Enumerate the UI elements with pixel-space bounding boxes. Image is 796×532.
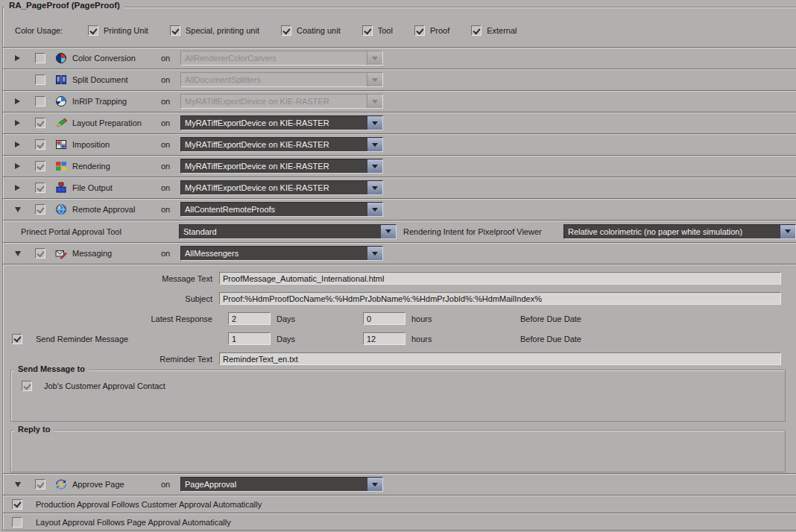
- process-list: Color Conversion on AllRendererColorCarv…: [3, 47, 796, 531]
- chevron-down-icon: [15, 482, 21, 487]
- reminder-days-input[interactable]: [228, 332, 271, 345]
- subject-input[interactable]: [219, 292, 781, 305]
- printing-unit-checkbox[interactable]: [88, 25, 98, 36]
- on-label: on: [161, 162, 172, 171]
- split-document-checkbox[interactable]: [35, 75, 45, 85]
- external-checkbox[interactable]: [471, 25, 481, 36]
- latest-response-hours-input[interactable]: [363, 312, 405, 325]
- tool-checkbox[interactable]: [362, 25, 373, 36]
- expander-slot[interactable]: [15, 55, 24, 61]
- send-reminder-checkbox[interactable]: [12, 334, 22, 344]
- expander-slot[interactable]: [15, 142, 24, 148]
- color-conversion-checkbox[interactable]: [35, 53, 45, 63]
- dropdown-arrow-icon[interactable]: [367, 73, 382, 86]
- arrow-triangle: [372, 57, 378, 60]
- dropdown-arrow-icon[interactable]: [780, 225, 795, 238]
- approve-page-template-dropdown[interactable]: PageApproval: [180, 477, 383, 492]
- on-label: on: [161, 249, 172, 258]
- chevron-right-icon: [15, 120, 20, 126]
- layout-approval-checkbox[interactable]: [12, 517, 22, 528]
- arrow-triangle: [372, 208, 378, 212]
- layout-approval-label: Layout Approval Follows Page Approval Au…: [36, 518, 231, 527]
- on-label: on: [161, 97, 172, 106]
- remote-approval-icon: [55, 203, 67, 215]
- on-label: on: [161, 480, 172, 489]
- dropdown-arrow-icon[interactable]: [367, 478, 382, 491]
- messaging-checkbox[interactable]: [35, 248, 45, 259]
- color-usage-item: Proof: [414, 25, 449, 36]
- portal-approval-tool-dropdown[interactable]: Standard: [179, 224, 397, 239]
- expander-slot[interactable]: [15, 98, 24, 104]
- approve-page-checkbox[interactable]: [35, 479, 45, 490]
- latest-response-label: Latest Response: [3, 314, 219, 323]
- on-label: on: [161, 140, 172, 149]
- rendering-checkbox[interactable]: [35, 161, 45, 171]
- layout-preparation-checkbox[interactable]: [35, 118, 45, 128]
- inrip-trapping-template-dropdown[interactable]: MyRATiffExportDevice on KIE-RASTER: [180, 94, 383, 109]
- dropdown-arrow-icon[interactable]: [367, 247, 382, 260]
- hours-label: hours: [411, 314, 514, 323]
- special-printing-unit-checkbox[interactable]: [170, 25, 180, 36]
- dropdown-arrow-icon[interactable]: [367, 95, 382, 108]
- imposition-template-dropdown[interactable]: MyRATiffExportDevice on KIE-RASTER: [180, 137, 383, 152]
- arrow-triangle: [372, 100, 378, 104]
- proof-checkbox[interactable]: [414, 25, 425, 36]
- process-label: Approve Page: [72, 480, 155, 489]
- process-row-file-output: File Output on MyRATiffExportDevice on K…: [3, 177, 796, 198]
- remote-approval-checkbox[interactable]: [35, 204, 45, 215]
- process-row-messaging: Messaging on AllMessengers: [3, 242, 796, 264]
- inrip-trapping-checkbox[interactable]: [35, 96, 45, 107]
- remote-approval-template-dropdown[interactable]: AllContentRemoteProofs: [180, 202, 383, 217]
- expander-slot[interactable]: [15, 251, 24, 256]
- on-label: on: [161, 75, 172, 84]
- split-document-template-dropdown[interactable]: AllDocumentSplitters: [180, 72, 383, 87]
- file-output-checkbox[interactable]: [35, 183, 45, 193]
- messaging-template-dropdown[interactable]: AllMessengers: [180, 246, 383, 261]
- send-reminder-label: Send Reminder Message: [36, 335, 128, 343]
- production-approval-checkbox[interactable]: [12, 499, 22, 510]
- arrow-triangle: [372, 186, 378, 190]
- chevron-down-icon: [15, 207, 21, 212]
- dropdown-arrow-icon[interactable]: [367, 138, 382, 151]
- dropdown-value: MyRATiffExportDevice on KIE-RASTER: [181, 159, 367, 173]
- production-approval-option-row: Production Approval Follows Customer App…: [3, 495, 796, 513]
- dropdown-arrow-icon[interactable]: [367, 181, 382, 194]
- expander-slot[interactable]: [15, 163, 24, 169]
- file-output-icon: [55, 182, 67, 194]
- approve-page-icon: [55, 478, 67, 490]
- send-message-to-groupbox: Send Message to Job's Customer Approval …: [10, 370, 786, 422]
- process-label: Imposition: [72, 140, 155, 149]
- dropdown-value: MyRATiffExportDevice on KIE-RASTER: [181, 95, 367, 108]
- messaging-detail-panel: Message Text Subject Latest Response Day…: [3, 264, 796, 473]
- color-conversion-template-dropdown[interactable]: AllRendererColorCarvers: [180, 51, 383, 66]
- dropdown-value: MyRATiffExportDevice on KIE-RASTER: [181, 181, 367, 194]
- layout-preparation-template-dropdown[interactable]: MyRATiffExportDevice on KIE-RASTER: [180, 115, 383, 130]
- latest-response-days-input[interactable]: [228, 312, 271, 325]
- rendering-intent-dropdown[interactable]: Relative colorimetric (no paper white si…: [563, 224, 796, 239]
- on-label: on: [161, 183, 172, 192]
- reminder-text-input[interactable]: [219, 352, 781, 365]
- coating-unit-checkbox[interactable]: [281, 25, 291, 36]
- dropdown-arrow-icon[interactable]: [367, 159, 382, 173]
- expander-slot[interactable]: [15, 185, 24, 191]
- color-usage-item: Printing Unit: [88, 25, 148, 36]
- on-label: on: [161, 54, 172, 63]
- dropdown-value: Relative colorimetric (no paper white si…: [564, 225, 780, 238]
- dropdown-arrow-icon[interactable]: [367, 203, 382, 216]
- expander-slot[interactable]: [15, 482, 24, 487]
- message-text-input[interactable]: [219, 272, 781, 285]
- rendering-template-dropdown[interactable]: MyRATiffExportDevice on KIE-RASTER: [180, 159, 383, 174]
- file-output-template-dropdown[interactable]: MyRATiffExportDevice on KIE-RASTER: [180, 180, 383, 195]
- send-message-to-option: Job's Customer Approval Contact: [11, 381, 785, 391]
- tool-label: Tool: [378, 26, 393, 35]
- dropdown-value: AllRendererColorCarvers: [181, 51, 367, 65]
- dropdown-arrow-icon[interactable]: [367, 116, 382, 130]
- dropdown-arrow-icon[interactable]: [367, 51, 382, 65]
- dropdown-arrow-icon[interactable]: [380, 225, 396, 238]
- reminder-text-row: Reminder Text: [3, 349, 796, 369]
- expander-slot[interactable]: [15, 120, 24, 126]
- reminder-hours-input[interactable]: [363, 332, 405, 345]
- expander-slot[interactable]: [15, 207, 24, 212]
- imposition-checkbox[interactable]: [35, 139, 45, 150]
- job-customer-approval-contact-checkbox[interactable]: [22, 381, 32, 391]
